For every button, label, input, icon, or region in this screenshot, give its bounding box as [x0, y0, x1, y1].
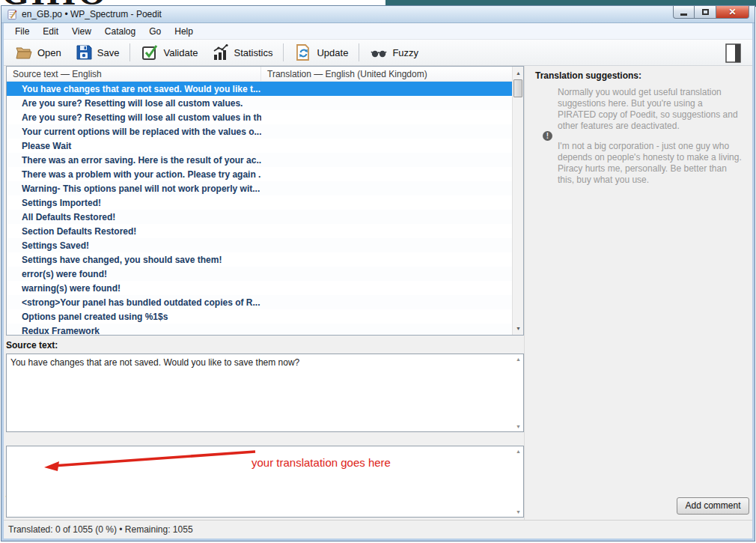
scroll-down-arrow-icon[interactable]: ▼	[516, 424, 521, 429]
scroll-up-arrow-icon[interactable]: ▲	[516, 449, 521, 454]
menu-item-go[interactable]: Go	[142, 24, 168, 39]
save-button[interactable]: Save	[68, 41, 126, 64]
menu-item-view[interactable]: View	[65, 24, 98, 39]
poedit-app-icon	[7, 9, 18, 20]
scroll-down-arrow-icon[interactable]: ▼	[513, 323, 524, 334]
window-frame-bottom	[1, 539, 755, 541]
toolbar-button-label: Statistics	[234, 47, 272, 58]
table-row[interactable]: All Defaults Restored!	[7, 210, 512, 224]
source-text-cell: Your current options will be replaced wi…	[7, 127, 261, 137]
title-bar[interactable]: en_GB.po • WP_Spectrum - Poedit ✕	[1, 6, 755, 23]
table-row[interactable]: Options panel created using %1$s	[7, 309, 512, 324]
status-bar: Translated: 0 of 1055 (0 %) • Remaining:…	[4, 520, 752, 539]
column-header-translation[interactable]: Translation — English (United Kingdom)	[261, 67, 523, 81]
annotation-text: your translatation goes here	[252, 456, 391, 469]
status-text: Translated: 0 of 1055 (0 %) • Remaining:…	[8, 524, 193, 535]
desktop-background: GHIO en_GB.po • WP_Spectrum - Poedit ✕	[0, 0, 756, 543]
translation-input-box[interactable]: your translatation goes here ▲ ▼	[6, 446, 524, 518]
source-text-cell: Section Defaults Restored!	[7, 226, 261, 237]
table-row[interactable]: There was a problem with your action. Pl…	[7, 167, 512, 181]
source-text-cell: Please Wait	[7, 141, 261, 151]
menu-bar: FileEditViewCatalogGoHelp	[4, 23, 752, 40]
source-text-cell: There was a problem with your action. Pl…	[7, 169, 261, 180]
source-text-cell: warning(s) were found!	[7, 283, 261, 294]
table-row[interactable]: Redux Framework	[7, 324, 512, 335]
source-text-cell: There was an error saving. Here is the r…	[7, 155, 261, 166]
source-text-cell: Are you sure? Resetting will lose all cu…	[7, 98, 261, 109]
table-row[interactable]: Section Defaults Restored!	[7, 224, 512, 238]
table-row[interactable]: Settings Saved!	[7, 238, 512, 252]
suggestions-title: Translation suggestions:	[535, 70, 641, 81]
toolbar-separator	[283, 43, 284, 61]
scroll-up-arrow-icon[interactable]: ▲	[513, 67, 524, 79]
exclamation-circle-icon: !	[543, 131, 552, 141]
minimize-button[interactable]	[673, 6, 695, 19]
toolbar-button-label: Fuzzy	[392, 47, 418, 58]
table-row[interactable]: Are you sure? Resetting will lose all cu…	[7, 110, 512, 124]
table-row[interactable]: warning(s) were found!	[7, 281, 512, 295]
table-header: Source text — English Translation — Engl…	[7, 67, 523, 82]
sidebar-toggle-icon[interactable]	[725, 43, 741, 63]
maximize-icon	[702, 9, 709, 15]
menu-item-edit[interactable]: Edit	[36, 24, 65, 39]
table-row[interactable]: Are you sure? Resetting will lose all cu…	[7, 96, 512, 110]
table-row[interactable]: Settings have changed, you should save t…	[7, 252, 512, 267]
table-row[interactable]: Please Wait	[7, 139, 512, 153]
validate-check-icon	[141, 43, 159, 61]
source-text-cell: You have changes that are not saved. Wou…	[7, 84, 261, 94]
table-row[interactable]: You have changes that are not saved. Wou…	[7, 82, 512, 96]
close-button[interactable]: ✕	[716, 6, 749, 19]
source-text-cell: Settings have changed, you should save t…	[7, 255, 261, 265]
suggestions-paragraph-2: I'm not a big corporation - just one guy…	[558, 141, 743, 186]
update-refresh-icon	[294, 43, 312, 61]
source-text-label: Source text:	[6, 340, 524, 351]
table-row[interactable]: Warning- This options panel will not wor…	[7, 181, 512, 195]
open-button[interactable]: Open	[8, 41, 68, 64]
minimize-icon	[680, 13, 687, 16]
source-text-cell: <strong>Your panel has bundled outdated …	[7, 297, 261, 308]
add-comment-button[interactable]: Add comment	[677, 497, 749, 515]
menu-item-catalog[interactable]: Catalog	[98, 24, 142, 39]
toolbar-button-label: Open	[37, 47, 61, 58]
source-text-cell: error(s) were found!	[7, 269, 261, 279]
suggestions-paragraph-1: Normally you would get useful translatio…	[558, 87, 743, 132]
scroll-up-arrow-icon[interactable]: ▲	[516, 357, 521, 362]
menu-item-help[interactable]: Help	[168, 24, 200, 39]
table-row[interactable]: There was an error saving. Here is the r…	[7, 153, 512, 167]
toolbar-button-label: Save	[97, 47, 120, 58]
menu-item-file[interactable]: File	[8, 24, 36, 39]
window-title: en_GB.po • WP_Spectrum - Poedit	[22, 9, 162, 19]
suggestions-sidebar: Translation suggestions: Normally you wo…	[524, 66, 752, 520]
table-scrollbar[interactable]: ▲ ▼	[512, 67, 523, 335]
table-row[interactable]: error(s) were found!	[7, 267, 512, 281]
column-header-source[interactable]: Source text — English	[7, 67, 261, 81]
source-text-box[interactable]: You have changes that are not saved. Wou…	[6, 354, 524, 432]
save-floppy-icon	[75, 43, 93, 61]
string-list-table: Source text — English Translation — Engl…	[6, 66, 524, 336]
statistics-chart-icon	[211, 43, 229, 61]
statistics-button[interactable]: Statistics	[204, 41, 279, 64]
toolbar-button-label: Validate	[163, 47, 198, 58]
toolbar-separator	[129, 43, 130, 61]
source-text-cell: Settings Imported!	[7, 198, 261, 208]
maximize-button[interactable]	[695, 6, 716, 19]
toolbar-buttons: OpenSaveValidateStatisticsUpdateFuzzy	[8, 40, 425, 65]
source-text-cell: Are you sure? Resetting will lose all cu…	[7, 112, 261, 123]
source-text-cell: Redux Framework	[7, 326, 261, 336]
table-row[interactable]: Your current options will be replaced wi…	[7, 124, 512, 139]
close-icon: ✕	[728, 7, 736, 17]
source-text-cell: Options panel created using %1$s	[7, 312, 261, 322]
table-body: You have changes that are not saved. Wou…	[7, 82, 512, 335]
scrollbar-thumb[interactable]	[513, 79, 522, 97]
table-row[interactable]: <strong>Your panel has bundled outdated …	[7, 295, 512, 309]
fuzzy-button[interactable]: Fuzzy	[363, 41, 425, 64]
window-controls: ✕	[673, 6, 749, 19]
toolbar: OpenSaveValidateStatisticsUpdateFuzzy	[4, 40, 752, 66]
validate-button[interactable]: Validate	[134, 41, 204, 64]
main-content: Source text — English Translation — Engl…	[4, 66, 752, 520]
source-text-value: You have changes that are not saved. Wou…	[10, 357, 508, 368]
scroll-down-arrow-icon[interactable]: ▼	[516, 509, 521, 515]
window-frame-right	[752, 23, 755, 541]
update-button[interactable]: Update	[287, 41, 355, 64]
table-row[interactable]: Settings Imported!	[7, 195, 512, 210]
